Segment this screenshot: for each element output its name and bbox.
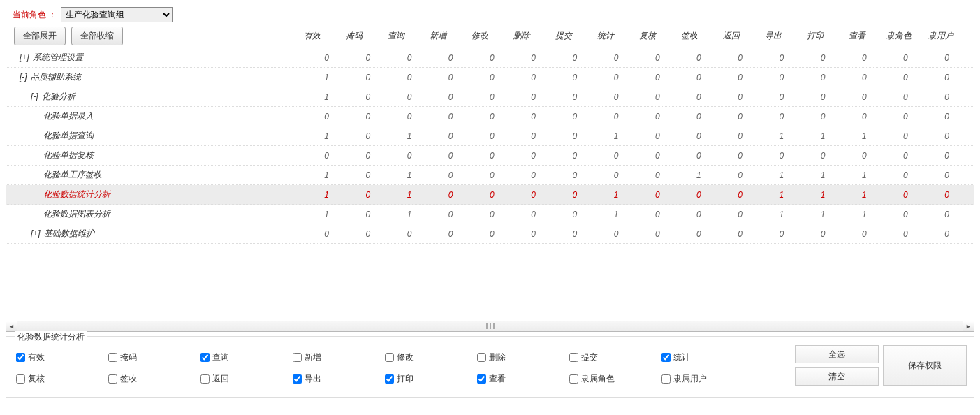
permission-checkbox[interactable]: [477, 353, 486, 362]
value-cell: 0: [802, 53, 843, 63]
value-cell: 0: [513, 73, 554, 82]
table-row[interactable]: [-] 化验分析1000000000000000: [6, 87, 974, 107]
scroll-left-arrow-icon[interactable]: ◄: [6, 321, 17, 331]
table-row[interactable]: 化验单据录入0000000000000000: [6, 107, 974, 126]
value-cell: 0: [306, 53, 347, 63]
clear-button[interactable]: 清空: [795, 367, 879, 386]
permission-check-item[interactable]: 修改: [382, 351, 474, 364]
value-cell: 0: [554, 112, 595, 122]
permission-check-item[interactable]: 新增: [290, 351, 382, 364]
column-header: 提交: [543, 30, 585, 42]
permission-checkbox[interactable]: [477, 374, 486, 384]
value-cell: 0: [430, 190, 471, 200]
value-cell: 1: [844, 131, 885, 141]
collapse-all-button[interactable]: 全部收缩: [71, 27, 123, 45]
permission-check-item[interactable]: 隶属角色: [566, 372, 659, 386]
permission-check-item[interactable]: 隶属用户: [659, 372, 751, 386]
permission-checkbox[interactable]: [108, 353, 117, 362]
value-cell: 0: [637, 112, 678, 122]
permission-check-item[interactable]: 导出: [290, 372, 382, 386]
permission-label: 导出: [305, 373, 321, 385]
expand-icon[interactable]: [+]: [31, 228, 43, 238]
permission-checkbox[interactable]: [293, 374, 302, 384]
expand-icon[interactable]: [+]: [20, 52, 31, 62]
permission-checkbox[interactable]: [385, 353, 394, 362]
row-name-cell: 化验数据图表分析: [6, 208, 306, 220]
permission-checkbox[interactable]: [385, 374, 394, 384]
value-cell: 0: [554, 210, 595, 219]
value-cell: 0: [347, 151, 388, 161]
column-header: 隶用户: [920, 30, 962, 42]
value-cell: 0: [637, 170, 678, 180]
value-cell: 0: [926, 190, 967, 200]
column-header: 查询: [375, 30, 417, 42]
select-all-button[interactable]: 全选: [795, 345, 879, 363]
permission-checkbox[interactable]: [293, 353, 302, 362]
value-cell: 0: [761, 112, 802, 122]
permission-checkbox[interactable]: [200, 374, 210, 384]
value-cell: 0: [926, 53, 967, 63]
value-cell: 0: [926, 73, 967, 82]
value-cell: 0: [471, 53, 513, 63]
table-row[interactable]: 化验数据统计分析1010000100011100: [6, 185, 974, 205]
table-row[interactable]: 化验单工序签收1010000001011100: [6, 166, 974, 185]
value-cell: 0: [513, 131, 554, 141]
permission-check-item[interactable]: 提交: [566, 351, 659, 364]
tree-grid: [+] 系统管理设置0000000000000000[-] 品质辅助系统1000…: [6, 48, 974, 318]
permission-check-item[interactable]: 打印: [382, 372, 474, 386]
value-cell: 0: [678, 73, 719, 82]
value-cell: 1: [844, 190, 885, 200]
table-row[interactable]: 化验数据图表分析1010000100011100: [6, 205, 974, 224]
value-cell: 0: [513, 53, 554, 63]
tree-grid-body[interactable]: [+] 系统管理设置0000000000000000[-] 品质辅助系统1000…: [6, 48, 974, 318]
permission-checkbox[interactable]: [661, 374, 671, 384]
permission-check-item[interactable]: 查看: [474, 372, 566, 386]
permission-checkbox[interactable]: [108, 374, 117, 384]
table-row[interactable]: [+] 基础数据维护0000000000000000: [6, 224, 974, 244]
permission-label: 打印: [397, 373, 414, 385]
collapse-icon[interactable]: [-]: [20, 72, 29, 82]
value-cell: 0: [637, 53, 678, 63]
table-row[interactable]: 化验单据查询1010000100011100: [6, 126, 974, 146]
scrollbar-grip-icon: [486, 323, 495, 329]
table-row[interactable]: [+] 系统管理设置0000000000000000: [6, 48, 974, 68]
permission-check-item[interactable]: 掩码: [105, 351, 198, 364]
permission-check-item[interactable]: 返回: [198, 372, 290, 386]
permission-check-item[interactable]: 签收: [105, 372, 198, 386]
collapse-icon[interactable]: [-]: [31, 92, 41, 101]
permission-checkbox[interactable]: [569, 353, 578, 362]
row-name-cell: [-] 品质辅助系统: [6, 71, 306, 83]
value-cell: 0: [926, 131, 967, 141]
role-select[interactable]: 生产化验查询组: [61, 7, 173, 22]
permission-label: 签收: [120, 373, 137, 385]
value-cell: 0: [802, 151, 843, 161]
permission-check-item[interactable]: 复核: [13, 372, 105, 386]
permission-check-item[interactable]: 查询: [198, 351, 290, 364]
permission-checkbox[interactable]: [569, 374, 578, 384]
value-cell: 0: [554, 131, 595, 141]
value-cell: 0: [719, 92, 761, 102]
value-cell: 0: [306, 151, 347, 161]
horizontal-scrollbar[interactable]: ◄ ►: [6, 321, 974, 332]
permission-checkbox[interactable]: [16, 374, 25, 384]
permission-label: 隶属角色: [581, 373, 615, 385]
permission-checkbox[interactable]: [200, 353, 210, 362]
row-name-cell: [-] 化验分析: [6, 91, 306, 103]
permission-checkbox[interactable]: [661, 353, 671, 362]
scroll-right-arrow-icon[interactable]: ►: [963, 321, 974, 331]
value-cell: 1: [595, 131, 636, 141]
toolbar: 全部展开 全部收缩 有效掩码查询新增修改删除提交统计复核签收返回导出打印查看隶角…: [0, 27, 980, 48]
value-cell: 0: [513, 170, 554, 180]
scrollbar-track[interactable]: [17, 321, 963, 331]
permission-check-item[interactable]: 统计: [659, 351, 751, 364]
form-buttons: 全选 清空 保存权限: [795, 345, 967, 386]
permission-check-item[interactable]: 有效: [13, 351, 105, 364]
table-row[interactable]: 化验单据复核0000000000000000: [6, 146, 974, 166]
permission-checkbox[interactable]: [16, 353, 25, 362]
table-row[interactable]: [-] 品质辅助系统1000000000000000: [6, 68, 974, 87]
value-cell: 0: [595, 170, 636, 180]
value-cell: 0: [761, 92, 802, 102]
save-button[interactable]: 保存权限: [883, 345, 967, 386]
expand-all-button[interactable]: 全部展开: [14, 27, 66, 45]
permission-check-item[interactable]: 删除: [474, 351, 566, 364]
